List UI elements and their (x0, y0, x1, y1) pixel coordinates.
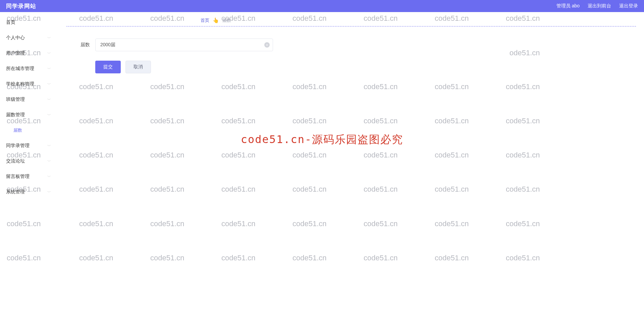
divider-dashed (66, 26, 636, 26)
current-user-label[interactable]: 管理员 abo (556, 3, 580, 9)
top-header: 同学录网站 管理员 abo 退出到前台 退出登录 (0, 0, 644, 12)
sidebar-subitem-period[interactable]: 届数 (0, 123, 57, 138)
period-input[interactable] (95, 39, 273, 51)
sidebar-item-school-mgmt[interactable]: 学校名称管理 ﹀ (0, 76, 57, 92)
sidebar-item-label: 留言板管理 (6, 174, 30, 180)
input-wrap: × (95, 39, 273, 51)
button-row: 提交 取消 (95, 61, 496, 73)
sidebar-item-label: 班级管理 (6, 96, 25, 103)
sidebar-item-label: 同学录管理 (6, 143, 30, 149)
cancel-button[interactable]: 取消 (125, 61, 151, 73)
form-row-period: 届数 × (79, 39, 496, 51)
sidebar-item-label: 用户管理 (6, 50, 25, 56)
chevron-down-icon: ﹀ (47, 97, 51, 102)
chevron-down-icon: ﹀ (47, 174, 51, 179)
exit-to-front-link[interactable]: 退出到前台 (588, 3, 611, 9)
sidebar-item-label: 个人中心 (6, 35, 25, 41)
chevron-down-icon: ﹀ (47, 159, 51, 164)
sidebar-item-home[interactable]: 首页 (0, 15, 57, 30)
main-content: 首页 👆 届数 届数 × 提交 取消 (57, 12, 644, 325)
form-panel: 届数 × 提交 取消 (66, 32, 509, 83)
chevron-down-icon: ﹀ (47, 143, 51, 148)
sidebar-item-system-mgmt[interactable]: 系统管理 ﹀ (0, 184, 57, 200)
sidebar-item-msgboard-mgmt[interactable]: 留言板管理 ﹀ (0, 169, 57, 184)
sidebar-item-personal[interactable]: 个人中心 ﹀ (0, 30, 57, 46)
breadcrumb-home-link[interactable]: 首页 (201, 17, 209, 23)
label-period: 届数 (79, 42, 95, 48)
sidebar-item-label: 所在城市管理 (6, 66, 34, 72)
chevron-down-icon: ﹀ (47, 82, 51, 87)
sidebar-item-city-mgmt[interactable]: 所在城市管理 ﹀ (0, 61, 57, 76)
breadcrumb: 首页 👆 届数 (66, 15, 636, 26)
site-title: 同学录网站 (6, 2, 36, 10)
sidebar-item-label: 系统管理 (6, 189, 25, 195)
chevron-down-icon: ﹀ (47, 36, 51, 41)
sidebar: 首页 个人中心 ﹀ 用户管理 ﹀ 所在城市管理 ﹀ 学校名称管理 ﹀ 班级管理 … (0, 12, 57, 325)
sidebar-item-label: 交流论坛 (6, 158, 25, 164)
chevron-down-icon: ﹀ (47, 66, 51, 71)
sidebar-item-yearbook-mgmt[interactable]: 同学录管理 ﹀ (0, 138, 57, 153)
sidebar-item-class-mgmt[interactable]: 班级管理 ﹀ (0, 92, 57, 107)
sidebar-item-label: 首页 (6, 19, 15, 25)
logout-link[interactable]: 退出登录 (619, 3, 638, 9)
sidebar-item-forum[interactable]: 交流论坛 ﹀ (0, 153, 57, 169)
breadcrumb-current: 届数 (222, 17, 231, 23)
chevron-down-icon: ﹀ (47, 113, 51, 118)
sidebar-item-label: 学校名称管理 (6, 81, 34, 87)
submit-button[interactable]: 提交 (95, 61, 121, 73)
clear-input-icon[interactable]: × (264, 42, 270, 48)
header-actions: 管理员 abo 退出到前台 退出登录 (556, 3, 638, 9)
chevron-down-icon: ﹀ (47, 51, 51, 56)
sidebar-item-label: 届数管理 (6, 112, 25, 118)
chevron-down-icon: ﹀ (47, 190, 51, 195)
sidebar-item-period-mgmt[interactable]: 届数管理 ﹀ (0, 107, 57, 123)
pointing-hand-icon: 👆 (213, 17, 219, 23)
sidebar-item-label: 届数 (13, 127, 22, 133)
sidebar-item-user-mgmt[interactable]: 用户管理 ﹀ (0, 46, 57, 61)
